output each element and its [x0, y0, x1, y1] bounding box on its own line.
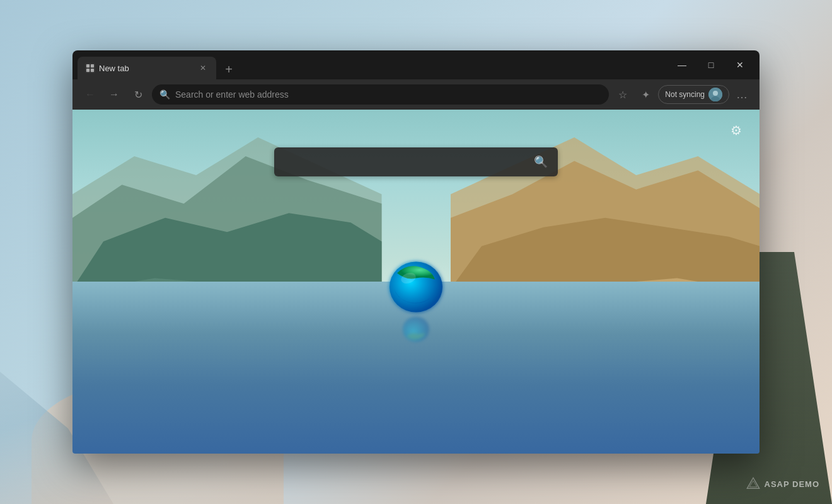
edge-logo: [384, 255, 448, 318]
active-tab[interactable]: New tab ✕: [78, 57, 216, 79]
search-container: 🔍: [274, 147, 558, 176]
new-tab-button[interactable]: +: [219, 59, 239, 79]
sync-label: Not syncing: [665, 90, 705, 99]
search-address-icon: 🔍: [159, 89, 170, 100]
maximize-button[interactable]: □: [696, 55, 725, 75]
favorites-button[interactable]: ☆: [613, 84, 633, 105]
more-options-button[interactable]: …: [732, 84, 752, 105]
title-bar: New tab ✕ + — □ ✕: [72, 50, 760, 79]
svg-rect-5: [91, 69, 94, 72]
ellipsis-icon: …: [736, 88, 748, 101]
minimize-button[interactable]: —: [667, 55, 696, 75]
gear-icon: ⚙: [731, 123, 742, 138]
star-icon: ☆: [618, 89, 627, 101]
collections-icon: ✦: [642, 89, 650, 101]
mountain-right: [451, 110, 760, 289]
svg-rect-4: [86, 69, 90, 72]
tab-close-button[interactable]: ✕: [197, 62, 209, 74]
address-text: Search or enter web address: [175, 89, 601, 100]
tab-favicon: [85, 63, 95, 73]
toolbar: ← → ↻ 🔍 Search or enter web address ☆ ✦ …: [72, 79, 760, 110]
window-controls: — □ ✕: [667, 55, 754, 75]
back-button[interactable]: ←: [80, 84, 100, 105]
close-button[interactable]: ✕: [725, 55, 754, 75]
edge-logo-reflection: [391, 314, 441, 346]
toolbar-actions: ☆ ✦ Not syncing …: [613, 84, 752, 105]
svg-rect-2: [86, 64, 90, 67]
svg-rect-3: [91, 64, 94, 67]
svg-point-7: [713, 91, 718, 96]
profile-avatar: [708, 88, 722, 101]
tab-title: New tab: [99, 64, 194, 73]
sync-button[interactable]: Not syncing: [658, 85, 729, 104]
edge-logo-container: [384, 255, 448, 346]
mountain-left: [72, 110, 382, 289]
search-box[interactable]: 🔍: [274, 147, 558, 176]
address-bar[interactable]: 🔍 Search or enter web address: [152, 84, 609, 105]
refresh-button[interactable]: ↻: [128, 84, 148, 105]
watermark: ASAP DEMO: [746, 476, 820, 491]
forward-button[interactable]: →: [104, 84, 124, 105]
collections-button[interactable]: ✦: [635, 84, 656, 105]
search-icon: 🔍: [534, 155, 548, 169]
page-settings-button[interactable]: ⚙: [725, 120, 747, 141]
tab-strip: New tab ✕ +: [78, 50, 667, 79]
browser-window: New tab ✕ + — □ ✕ ← → ↻ 🔍: [72, 50, 760, 454]
new-tab-page: ⚙ 🔍: [72, 110, 760, 454]
